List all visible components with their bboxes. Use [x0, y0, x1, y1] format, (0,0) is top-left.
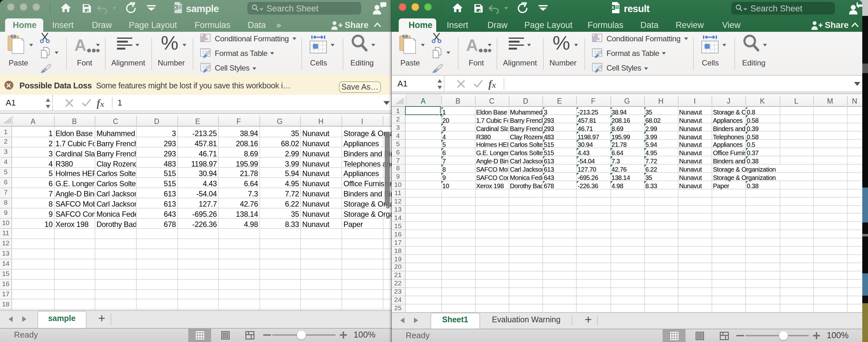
svg-text:A: A [466, 36, 478, 54]
svg-text:X: X [611, 5, 614, 10]
svg-text:X: X [174, 5, 177, 10]
svg-text:A: A [74, 36, 87, 54]
